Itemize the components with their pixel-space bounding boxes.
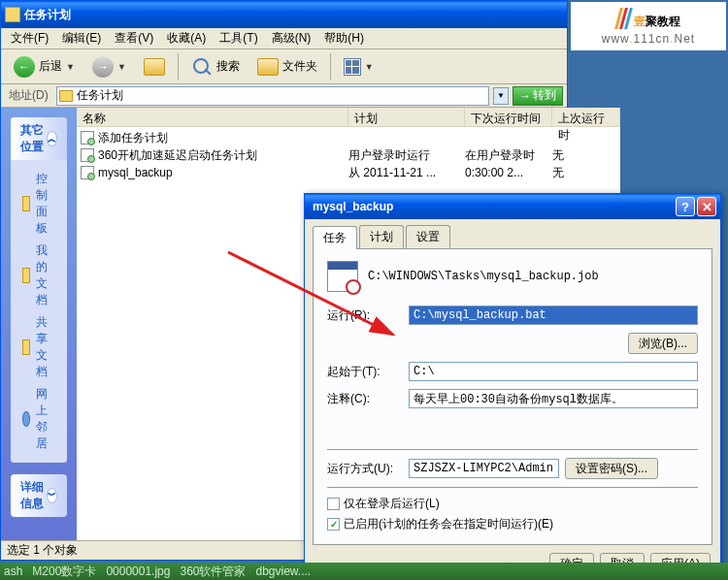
taskbar-item[interactable]: M200数字卡 <box>32 564 96 580</box>
task-icon <box>81 166 94 179</box>
details-header[interactable]: 详细信息 ︾ <box>11 474 67 517</box>
checkbox-label: 仅在登录后运行(L) <box>344 496 440 512</box>
browse-button[interactable]: 浏览(B)... <box>628 333 698 354</box>
sidebar-item-shared-docs[interactable]: 共享文档 <box>22 311 55 383</box>
taskbar-item[interactable]: 0000001.jpg <box>106 564 170 578</box>
tasks-icon <box>5 7 20 22</box>
back-icon: ← <box>14 56 35 78</box>
taskbar: ash M200数字卡 0000001.jpg 360软件管家 dbgview.… <box>0 563 728 580</box>
taskbar-item[interactable]: ash <box>4 564 22 578</box>
startin-input[interactable] <box>409 362 698 381</box>
task-icon <box>81 131 94 145</box>
folders-button[interactable]: 文件夹 <box>250 53 324 81</box>
control-panel-icon <box>22 196 30 211</box>
run-input[interactable] <box>409 306 698 325</box>
chevron-down-icon: ▼ <box>365 62 374 72</box>
col-next[interactable]: 下次运行时间 <box>465 108 552 126</box>
back-label: 后退 <box>39 58 62 75</box>
checkbox-login-only[interactable] <box>327 498 340 510</box>
chevron-down-icon: ▼ <box>66 62 75 72</box>
tab-schedule[interactable]: 计划 <box>359 225 404 248</box>
col-plan[interactable]: 计划 <box>348 108 465 126</box>
views-icon <box>344 58 361 76</box>
collapse-icon[interactable]: ︽ <box>47 131 57 146</box>
other-places-body: 控制面板 我的文档 共享文档 网上邻居 <box>11 160 67 463</box>
startin-label: 起始于(T): <box>327 364 403 380</box>
help-button[interactable]: ? <box>676 197 695 216</box>
go-button[interactable]: → 转到 <box>513 86 563 106</box>
shared-icon <box>22 339 30 355</box>
search-label: 搜索 <box>216 58 240 75</box>
views-button[interactable]: ▼ <box>337 53 381 81</box>
details-box: 详细信息 ︾ <box>11 474 67 517</box>
tab-task[interactable]: 任务 <box>313 226 357 249</box>
menu-advanced[interactable]: 高级(N) <box>266 28 317 48</box>
separator <box>327 487 698 488</box>
dialog-title: mysql_backup <box>309 200 676 213</box>
properties-dialog: mysql_backup ? ✕ 任务 计划 设置 C:\WINDOWS\Tas… <box>304 193 721 573</box>
taskbar-item[interactable]: dbgview.... <box>256 564 312 578</box>
runas-input[interactable] <box>409 459 559 478</box>
chevron-down-icon: ▼ <box>117 62 126 72</box>
documents-icon <box>22 268 30 283</box>
set-password-button[interactable]: 设置密码(S)... <box>565 458 658 479</box>
separator <box>178 53 179 81</box>
address-field[interactable]: 任务计划 <box>56 86 489 106</box>
forward-button[interactable]: → ▼ <box>85 51 133 82</box>
expand-icon[interactable]: ︾ <box>47 488 57 503</box>
folder-icon <box>257 58 279 76</box>
network-icon <box>22 411 30 427</box>
checkbox-row[interactable]: 已启用(计划的任务会在指定时间运行)(E) <box>327 516 698 532</box>
separator <box>330 53 331 81</box>
col-last[interactable]: 上次运行时 <box>552 108 620 126</box>
taskbar-item[interactable]: 360软件管家 <box>180 564 246 580</box>
task-icon <box>81 148 94 162</box>
menu-view[interactable]: 查看(V) <box>109 28 159 48</box>
menu-help[interactable]: 帮助(H) <box>318 28 370 48</box>
side-panel: 其它位置 ︽ 控制面板 我的文档 共享文档 网上邻居 详细信息 ︾ <box>1 108 77 540</box>
menu-tools[interactable]: 工具(T) <box>214 28 263 48</box>
tabs: 任务 计划 设置 <box>305 219 720 248</box>
menu-file[interactable]: 文件(F) <box>5 28 54 48</box>
sidebar-item-network[interactable]: 网上邻居 <box>22 383 55 455</box>
toolbar: ← 后退 ▼ → ▼ 搜索 文件夹 ▼ <box>1 49 567 84</box>
search-button[interactable]: 搜索 <box>184 51 247 82</box>
list-item[interactable]: 360开机加速延迟启动任务计划 用户登录时运行 在用户登录时 无 <box>77 146 620 164</box>
menu-fav[interactable]: 收藏(A) <box>161 28 212 48</box>
logo-stripes-icon <box>617 8 630 29</box>
folder-icon <box>59 90 73 102</box>
col-name[interactable]: 名称 <box>77 108 348 126</box>
list-item[interactable]: 添加任务计划 <box>77 129 620 146</box>
run-label: 运行(R): <box>327 307 403 324</box>
checkbox-label: 已启用(计划的任务会在指定时间运行)(E) <box>344 516 553 532</box>
window-title: 任务计划 <box>24 7 563 23</box>
other-places-box: 其它位置 ︽ 控制面板 我的文档 共享文档 网上邻居 <box>11 117 67 463</box>
checkbox-row[interactable]: 仅在登录后运行(L) <box>327 496 698 512</box>
job-icon <box>327 261 358 292</box>
folders-label: 文件夹 <box>282 58 317 75</box>
sidebar-item-my-documents[interactable]: 我的文档 <box>22 240 55 311</box>
address-dropdown[interactable]: ▼ <box>493 87 509 105</box>
menu-edit[interactable]: 编辑(E) <box>56 28 107 48</box>
list-rows: 添加任务计划 360开机加速延迟启动任务计划 用户登录时运行 在用户登录时 无 … <box>77 127 620 183</box>
search-icon <box>191 56 213 78</box>
comment-label: 注释(C): <box>327 391 403 407</box>
list-item[interactable]: mysql_backup 从 2011-11-21 ... 0:30:00 2.… <box>77 164 620 181</box>
logo-text: 壹聚教程 <box>634 8 680 30</box>
other-places-header[interactable]: 其它位置 ︽ <box>11 117 67 160</box>
watermark-logo: 壹聚教程 www.111cn.Net <box>571 2 726 50</box>
job-path: C:\WINDOWS\Tasks\mysql_backup.job <box>368 270 599 283</box>
address-value: 任务计划 <box>77 87 123 104</box>
tab-settings[interactable]: 设置 <box>406 225 450 248</box>
dialog-titlebar[interactable]: mysql_backup ? ✕ <box>305 194 720 219</box>
up-button[interactable] <box>137 53 172 81</box>
checkbox-enabled[interactable] <box>327 518 340 531</box>
back-button[interactable]: ← 后退 ▼ <box>7 51 82 82</box>
forward-icon: → <box>92 56 114 78</box>
titlebar[interactable]: 任务计划 <box>1 1 567 28</box>
sidebar-item-control-panel[interactable]: 控制面板 <box>22 168 55 240</box>
comment-input[interactable] <box>409 389 698 408</box>
close-button[interactable]: ✕ <box>697 197 716 216</box>
address-bar: 地址(D) 任务计划 ▼ → 转到 <box>1 84 567 108</box>
address-label: 地址(D) <box>5 87 52 104</box>
